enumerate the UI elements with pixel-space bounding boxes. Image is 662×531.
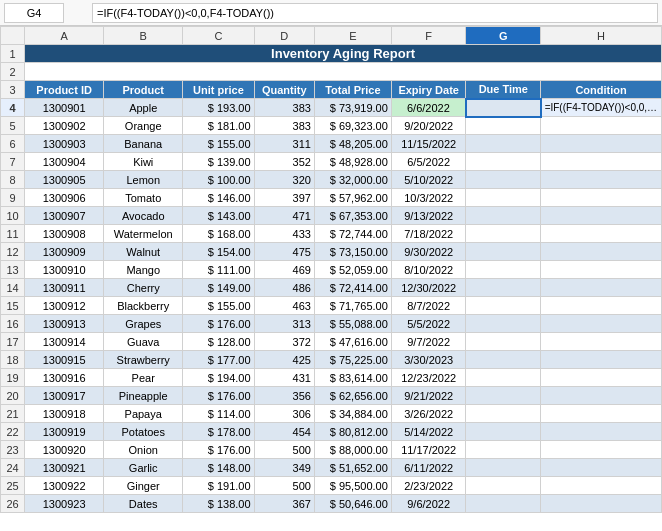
cell-quantity[interactable]: 469 xyxy=(254,261,314,279)
cell-total-price[interactable]: $ 32,000.00 xyxy=(314,171,391,189)
cell-product[interactable]: Potatoes xyxy=(104,423,183,441)
cell-product[interactable]: Pineapple xyxy=(104,387,183,405)
cell-quantity[interactable]: 425 xyxy=(254,351,314,369)
cell-product[interactable]: Dates xyxy=(104,495,183,513)
cell-quantity[interactable]: 397 xyxy=(254,189,314,207)
cell-total-price[interactable]: $ 51,652.00 xyxy=(314,459,391,477)
cell-total-price[interactable]: $ 62,656.00 xyxy=(314,387,391,405)
cell-product[interactable]: Strawberry xyxy=(104,351,183,369)
cell-quantity[interactable]: 433 xyxy=(254,225,314,243)
cell-product-id[interactable]: 1300906 xyxy=(25,189,104,207)
cell-quantity[interactable]: 311 xyxy=(254,135,314,153)
cell-due-time[interactable] xyxy=(466,441,541,459)
cell-product-id[interactable]: 1300920 xyxy=(25,441,104,459)
cell-product-id[interactable]: 1300916 xyxy=(25,369,104,387)
cell-product-id[interactable]: 1300907 xyxy=(25,207,104,225)
cell-unit-price[interactable]: $ 168.00 xyxy=(183,225,254,243)
cell-unit-price[interactable]: $ 155.00 xyxy=(183,297,254,315)
cell-quantity[interactable]: 431 xyxy=(254,369,314,387)
cell-product-id[interactable]: 1300901 xyxy=(25,99,104,117)
cell-quantity[interactable]: 320 xyxy=(254,171,314,189)
cell-total-price[interactable]: $ 73,150.00 xyxy=(314,243,391,261)
cell-product[interactable]: Apple xyxy=(104,99,183,117)
cell-product[interactable]: Cherry xyxy=(104,279,183,297)
cell-total-price[interactable]: $ 83,614.00 xyxy=(314,369,391,387)
cell-product[interactable]: Pear xyxy=(104,369,183,387)
cell-quantity[interactable]: 500 xyxy=(254,477,314,495)
cell-product[interactable]: Walnut xyxy=(104,243,183,261)
cell-unit-price[interactable]: $ 155.00 xyxy=(183,135,254,153)
cell-due-time[interactable] xyxy=(466,495,541,513)
cell-total-price[interactable]: $ 95,500.00 xyxy=(314,477,391,495)
cell-due-time[interactable] xyxy=(466,369,541,387)
cell-product-id[interactable]: 1300917 xyxy=(25,387,104,405)
cell-condition[interactable] xyxy=(541,243,662,261)
cell-quantity[interactable]: 471 xyxy=(254,207,314,225)
cell-quantity[interactable]: 313 xyxy=(254,315,314,333)
cell-product[interactable]: Blackberry xyxy=(104,297,183,315)
cell-condition[interactable] xyxy=(541,369,662,387)
cell-product-id[interactable]: 1300911 xyxy=(25,279,104,297)
cell-product[interactable]: Orange xyxy=(104,117,183,135)
cell-product[interactable]: Papaya xyxy=(104,405,183,423)
cell-expiry-date[interactable]: 8/10/2022 xyxy=(391,261,466,279)
cell-expiry-date[interactable]: 5/10/2022 xyxy=(391,171,466,189)
cell-unit-price[interactable]: $ 154.00 xyxy=(183,243,254,261)
cell-quantity[interactable]: 349 xyxy=(254,459,314,477)
cell-total-price[interactable]: $ 48,928.00 xyxy=(314,153,391,171)
cell-unit-price[interactable]: $ 100.00 xyxy=(183,171,254,189)
cell-due-time[interactable] xyxy=(466,459,541,477)
cell-condition[interactable] xyxy=(541,207,662,225)
name-box[interactable] xyxy=(4,3,64,23)
cell-quantity[interactable]: 306 xyxy=(254,405,314,423)
cell-condition[interactable]: =IF((F4-TODAY())<0,0,F4-TODAY()) xyxy=(541,99,662,117)
cell-total-price[interactable]: $ 48,205.00 xyxy=(314,135,391,153)
cell-condition[interactable] xyxy=(541,261,662,279)
cell-due-time[interactable] xyxy=(466,279,541,297)
col-header-c[interactable]: C xyxy=(183,27,254,45)
cell-quantity[interactable]: 367 xyxy=(254,495,314,513)
cell-quantity[interactable]: 454 xyxy=(254,423,314,441)
cell-expiry-date[interactable]: 11/17/2022 xyxy=(391,441,466,459)
cell-condition[interactable] xyxy=(541,459,662,477)
cell-expiry-date[interactable]: 2/23/2022 xyxy=(391,477,466,495)
cell-condition[interactable] xyxy=(541,441,662,459)
cell-expiry-date[interactable]: 6/6/2022 xyxy=(391,99,466,117)
cell-due-time[interactable] xyxy=(466,297,541,315)
cell-due-time[interactable] xyxy=(466,477,541,495)
cell-total-price[interactable]: $ 57,962.00 xyxy=(314,189,391,207)
cell-product[interactable]: Watermelon xyxy=(104,225,183,243)
cell-condition[interactable] xyxy=(541,135,662,153)
cell-product-id[interactable]: 1300902 xyxy=(25,117,104,135)
cell-product-id[interactable]: 1300915 xyxy=(25,351,104,369)
cell-expiry-date[interactable]: 6/5/2022 xyxy=(391,153,466,171)
cell-total-price[interactable]: $ 67,353.00 xyxy=(314,207,391,225)
cell-product[interactable]: Ginger xyxy=(104,477,183,495)
cell-unit-price[interactable]: $ 181.00 xyxy=(183,117,254,135)
cell-expiry-date[interactable]: 12/23/2022 xyxy=(391,369,466,387)
cell-quantity[interactable]: 463 xyxy=(254,297,314,315)
cell-total-price[interactable]: $ 55,088.00 xyxy=(314,315,391,333)
cell-expiry-date[interactable]: 6/11/2022 xyxy=(391,459,466,477)
cell-due-time[interactable] xyxy=(466,405,541,423)
cell-due-time[interactable] xyxy=(466,243,541,261)
cell-expiry-date[interactable]: 9/6/2022 xyxy=(391,495,466,513)
cell-due-time[interactable] xyxy=(466,135,541,153)
cell-unit-price[interactable]: $ 176.00 xyxy=(183,441,254,459)
cell-product-id[interactable]: 1300918 xyxy=(25,405,104,423)
cell-total-price[interactable]: $ 72,744.00 xyxy=(314,225,391,243)
cell-unit-price[interactable]: $ 114.00 xyxy=(183,405,254,423)
cell-total-price[interactable]: $ 88,000.00 xyxy=(314,441,391,459)
cell-due-time[interactable] xyxy=(466,387,541,405)
cell-total-price[interactable]: $ 50,646.00 xyxy=(314,495,391,513)
cell-due-time[interactable] xyxy=(466,99,541,117)
cell-quantity[interactable]: 383 xyxy=(254,117,314,135)
cell-total-price[interactable]: $ 72,414.00 xyxy=(314,279,391,297)
col-header-f[interactable]: F xyxy=(391,27,466,45)
col-header-h[interactable]: H xyxy=(541,27,662,45)
cell-product-id[interactable]: 1300919 xyxy=(25,423,104,441)
col-header-b[interactable]: B xyxy=(104,27,183,45)
cell-condition[interactable] xyxy=(541,117,662,135)
cell-due-time[interactable] xyxy=(466,351,541,369)
cell-quantity[interactable]: 500 xyxy=(254,441,314,459)
